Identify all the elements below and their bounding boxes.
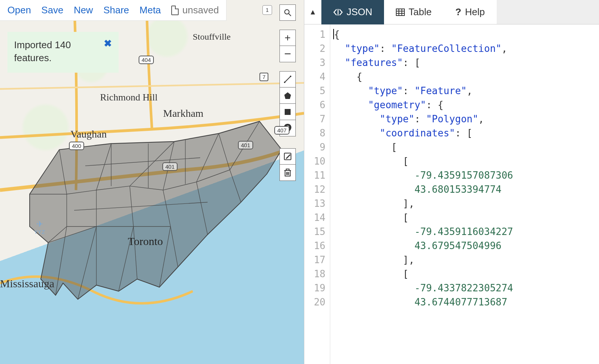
draw-polygon-icon[interactable] (279, 87, 296, 104)
close-icon[interactable]: ✖ (104, 37, 112, 50)
help-icon: ? (456, 6, 461, 18)
draw-tools (279, 71, 296, 136)
zoom-in-button[interactable]: + (279, 30, 296, 46)
svg-line-1 (289, 14, 291, 16)
svg-point-3 (284, 82, 285, 83)
draw-rectangle-icon[interactable] (279, 104, 296, 120)
menu-save[interactable]: Save (42, 4, 63, 16)
map-pane[interactable]: Open Save New Share Meta unsaved Importe… (0, 0, 304, 364)
code-line[interactable]: "features": [ (333, 56, 599, 70)
line-gutter: 1234567891011121314151617181920 (304, 24, 330, 364)
file-name: unsaved (182, 4, 219, 16)
code-editor[interactable]: 1234567891011121314151617181920 { "type"… (304, 24, 599, 364)
tabs-spacer (497, 0, 599, 24)
code-line[interactable]: [ (333, 154, 599, 168)
current-file: unsaved (171, 4, 219, 16)
code-line[interactable]: [ (333, 267, 599, 281)
tab-json[interactable]: JSON (321, 0, 384, 24)
tab-table-label: Table (408, 6, 431, 18)
code-line[interactable]: "geometry": { (333, 98, 599, 112)
tab-help[interactable]: ? Help (444, 0, 497, 24)
import-notice: Imported 140 features. ✖ (7, 32, 119, 73)
edit-icon[interactable] (279, 148, 296, 165)
code-line[interactable]: -79.4359116034227 (333, 225, 599, 239)
code-line[interactable]: "type": "Feature", (333, 84, 599, 98)
menubar: Open Save New Share Meta unsaved (0, 0, 226, 21)
zoom-controls: + − (279, 30, 296, 62)
svg-rect-16 (396, 9, 404, 16)
layer-badge[interactable]: 1 (262, 5, 272, 15)
svg-point-0 (285, 10, 289, 14)
svg-point-4 (290, 76, 291, 77)
tab-table[interactable]: Table (384, 0, 443, 24)
code-line[interactable]: 43.679547504996 (333, 239, 599, 253)
code-line[interactable]: 43.6744077713687 (333, 295, 599, 309)
svg-line-2 (285, 76, 291, 82)
file-icon (171, 6, 179, 15)
menu-open[interactable]: Open (7, 4, 31, 16)
code-line[interactable]: 43.680153394774 (333, 182, 599, 196)
draw-line-icon[interactable] (279, 71, 296, 87)
code-line[interactable]: -79.4359157087306 (333, 168, 599, 182)
code-line[interactable]: ], (333, 196, 599, 211)
tab-json-label: JSON (347, 6, 372, 18)
editor-pane: ▲ JSON Table ? Help 12345678910111213141… (304, 0, 599, 364)
collapse-panel-button[interactable]: ▲ (304, 0, 321, 24)
svg-marker-5 (284, 92, 291, 99)
menu-new[interactable]: New (74, 4, 93, 16)
svg-rect-11 (286, 169, 289, 171)
menu-meta[interactable]: Meta (139, 4, 161, 16)
code-line[interactable]: "type": "FeatureCollection", (333, 42, 599, 56)
code-line[interactable]: { (333, 27, 599, 42)
code-line[interactable]: -79.4337822305274 (333, 281, 599, 295)
table-icon (396, 9, 405, 16)
svg-point-7 (286, 126, 289, 129)
search-control (279, 4, 296, 21)
tab-help-label: Help (465, 6, 484, 18)
code-line[interactable]: [ (333, 140, 599, 154)
code-line[interactable]: "type": "Polygon", (333, 112, 599, 126)
search-icon[interactable] (279, 4, 296, 21)
edit-tools (279, 148, 296, 181)
trash-icon[interactable] (279, 165, 296, 181)
code-line[interactable]: ], (333, 253, 599, 267)
code-line[interactable]: [ (333, 211, 599, 225)
svg-rect-6 (285, 109, 291, 115)
notice-text: Imported 140 features. (14, 39, 71, 63)
code-source[interactable]: { "type": "FeatureCollection", "features… (330, 24, 599, 364)
editor-tabs: ▲ JSON Table ? Help (304, 0, 599, 24)
zoom-out-button[interactable]: − (279, 46, 296, 62)
code-line[interactable]: "coordinates": [ (333, 126, 599, 140)
draw-marker-icon[interactable] (279, 120, 296, 136)
code-icon (333, 9, 343, 16)
code-line[interactable]: { (333, 70, 599, 84)
menu-share[interactable]: Share (103, 4, 129, 16)
